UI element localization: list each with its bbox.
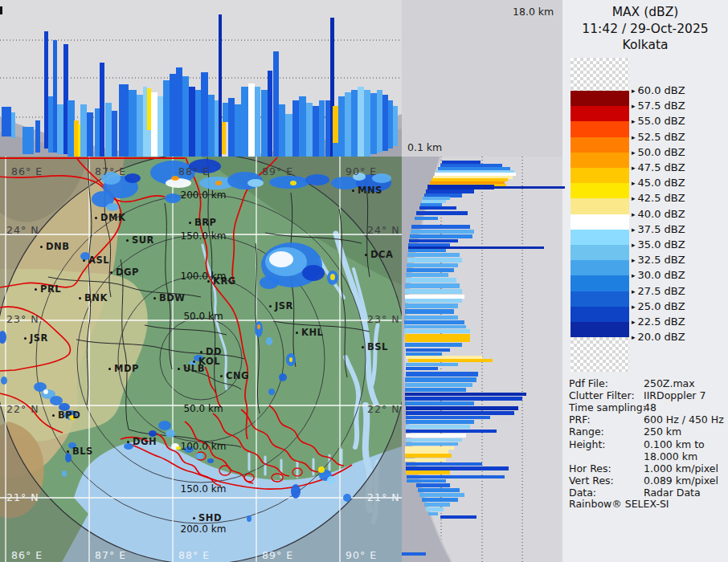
scale-swatch (571, 322, 629, 337)
metadata-row: Data:Radar Data (569, 487, 726, 499)
yz-echo-bar (404, 320, 464, 324)
station-label: CNG (220, 370, 249, 381)
xz-echo-bar (137, 95, 143, 157)
xz-echo-bar (255, 87, 260, 157)
scale-swatch (571, 137, 629, 153)
xz-echo-bar (119, 84, 129, 157)
metadata-value: IIRDoppler 7 (644, 389, 706, 401)
metadata-label: Vert Res: (569, 474, 614, 487)
scale-label: ▸20.0 dBZ (632, 331, 685, 343)
scale-label: ▸25.0 dBZ (632, 300, 685, 312)
yz-echo-bar (406, 406, 518, 410)
metadata-value: Radar Data (644, 487, 701, 499)
station-dot (193, 517, 195, 519)
scale-tick-arrow-icon: ▸ (632, 271, 636, 279)
station-label: SHD (193, 512, 222, 523)
scale-label: ▸52.5 dBZ (632, 131, 685, 143)
xz-echo-bars (0, 0, 402, 157)
xz-echo-bar (100, 63, 104, 157)
scale-swatch (571, 168, 629, 183)
yz-echo-bar (411, 225, 470, 229)
yz-echo-bar (405, 309, 454, 314)
station-dot (79, 297, 81, 299)
scale-label: ▸37.5 dBZ (632, 223, 685, 235)
yz-echo-bar (405, 283, 460, 288)
xz-echo-bar (87, 112, 93, 157)
station-dot (362, 346, 364, 348)
xz-echo-bar (382, 95, 388, 151)
yz-echo-bar (406, 416, 490, 419)
yz-echo-bars (402, 157, 562, 562)
yz-echo-bar (406, 278, 456, 283)
scale-label: ▸30.0 dBZ (632, 269, 685, 281)
yz-echo-bar (416, 483, 450, 487)
xz-projection-panel (0, 0, 402, 157)
lon-label: 87° E (95, 165, 126, 177)
station-dot (83, 259, 85, 262)
lon-label: 89° E (262, 165, 293, 177)
lat-label: 23° N (367, 313, 399, 325)
metadata-label: Clutter Filter: (569, 389, 635, 401)
station-dot (200, 351, 202, 353)
metadata-row: Vert Res:0.089 km/pixel (569, 474, 726, 487)
yz-echo-bar (407, 268, 454, 272)
yz-echo-bar (418, 488, 460, 492)
xz-echo-bar (163, 80, 170, 157)
metadata-label: Time sampling: (569, 401, 646, 413)
legend-title-block: MAX (dBZ) 11:42 / 29-Oct-2025 Kolkata (562, 4, 728, 54)
legend-panel: MAX (dBZ) 11:42 / 29-Oct-2025 Kolkata ▸6… (562, 0, 728, 562)
yz-echo-bar (404, 316, 458, 320)
metadata-label: Height: (569, 438, 606, 450)
scale-label: ▸57.5 dBZ (632, 100, 685, 112)
scale-swatch (571, 91, 629, 106)
yz-echo-bar (404, 329, 470, 333)
station-label: BLS (67, 446, 93, 457)
metadata-label: Hor Res: (569, 462, 611, 474)
yz-echo-bar (424, 503, 450, 507)
xz-echo-bar (176, 67, 182, 157)
yz-echo-bar (406, 363, 458, 366)
xz-echo-bar (261, 90, 268, 157)
station-label: JSR (269, 300, 293, 312)
yz-echo-bar (416, 211, 468, 215)
scale-swatch (571, 214, 629, 230)
station-dot (40, 246, 43, 248)
station-dot (178, 368, 180, 370)
yz-echo-bar (405, 343, 462, 347)
yz-echo-bar (422, 498, 458, 502)
metadata-row: PRF:600 Hz / 450 Hz (569, 413, 726, 426)
station-dot (126, 239, 129, 242)
lat-label: 23° N (6, 313, 39, 325)
station-label: BDW (153, 292, 186, 303)
station-label: BNK (79, 292, 108, 303)
station-label: KHL (296, 327, 323, 338)
scale-swatch (571, 58, 629, 91)
software-brand: Rainbow® SELEX-SI (569, 498, 669, 510)
yz-echo-bar (426, 507, 444, 511)
yz-projection-panel (402, 157, 562, 562)
xz-echo-bar (195, 90, 201, 157)
lon-label: 87° E (95, 549, 126, 561)
lat-label: 21° N (6, 491, 39, 503)
yz-echo-bar (419, 493, 464, 497)
xz-echo-bar (201, 72, 208, 157)
station-dot (296, 332, 298, 334)
metadata-value: 600 Hz / 450 Hz (644, 413, 724, 426)
station-label: SUR (126, 234, 154, 246)
metadata-row: Hor Res:1.000 km/pixel (569, 462, 726, 474)
scale-swatch (571, 275, 629, 291)
scale-tick-arrow-icon: ▸ (632, 241, 636, 249)
scale-label: ▸22.5 dBZ (632, 316, 685, 328)
metadata-row: Time sampling:48 (569, 401, 726, 413)
scale-tick-arrow-icon: ▸ (632, 318, 636, 326)
scale-label: ▸45.0 dBZ (632, 177, 685, 189)
xz-echo-bar (364, 90, 370, 157)
xz-echo-bar (241, 87, 248, 157)
yz-echo-bar (405, 458, 446, 462)
yz-echo-bar (410, 234, 472, 238)
scale-tick-arrow-icon: ▸ (632, 194, 636, 202)
yz-echo-bar (406, 434, 466, 438)
metadata-value: 1.000 km/pixel (644, 462, 718, 474)
scale-tick-arrow-icon: ▸ (632, 287, 636, 295)
yz-echo-bar (405, 299, 462, 303)
